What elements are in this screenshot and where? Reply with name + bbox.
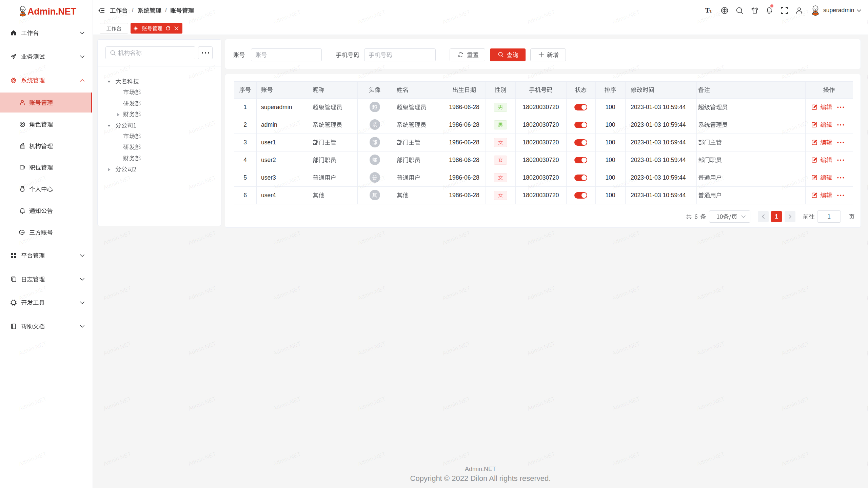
svg-text:T: T [709,8,712,14]
